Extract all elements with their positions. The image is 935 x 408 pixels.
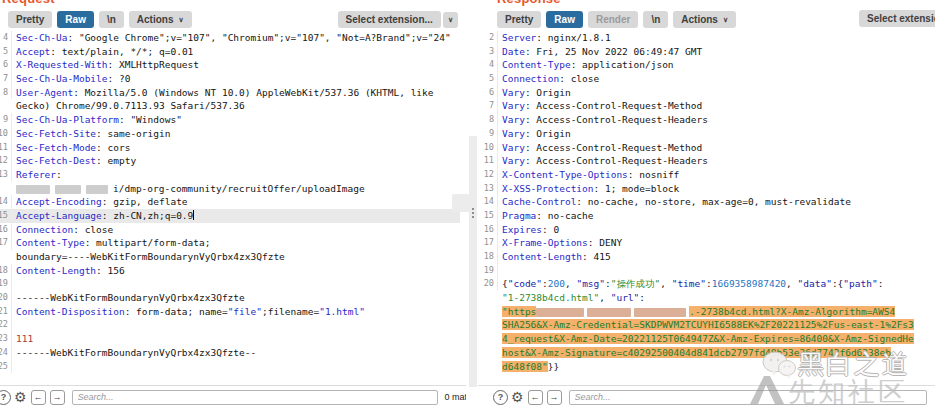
help-icon[interactable]: ?	[0, 390, 11, 405]
code-line[interactable]: 16Expires: 0	[478, 223, 929, 237]
code-line[interactable]: Gecko) Chrome/99.0.7113.93 Safari/537.36	[0, 99, 460, 113]
line-number: 9	[478, 127, 498, 141]
code-text: Vary	[502, 114, 525, 125]
code-line[interactable]: 8User-Agent: Mozilla/5.0 (Windows NT 10.…	[0, 86, 460, 100]
code-line[interactable]: host&X-Amz-Signature=c40292500404d841dcb…	[478, 346, 929, 360]
response-tabbar: Pretty Raw Render \n Actions ∨ Select ex…	[478, 10, 935, 29]
code-line[interactable]: 19	[478, 264, 929, 278]
tab-newline[interactable]: \n	[99, 11, 124, 28]
code-text: : text/plain, */*; q=0.01	[50, 46, 193, 57]
code-line[interactable]: 6Vary: Origin	[478, 86, 929, 100]
search-next-button[interactable]: →	[547, 390, 562, 405]
code-line[interactable]: 13X-XSS-Protection: 1; mode=block	[478, 182, 929, 196]
code-line[interactable]: 6X-Requested-With: XMLHttpRequest	[0, 58, 460, 72]
search-input[interactable]	[72, 390, 438, 405]
code-text: Vary	[502, 155, 525, 166]
code-line[interactable]: 12X-Content-Type-Options: nosniff	[478, 168, 929, 182]
tab-actions[interactable]: Actions ∨	[129, 11, 192, 28]
tab-pretty[interactable]: Pretty	[8, 11, 52, 28]
code-line[interactable]: 4_request&X-Amz-Date=20221125T064947Z&X-…	[478, 332, 929, 346]
code-line[interactable]: 14Accept-Encoding: gzip, deflate	[0, 195, 460, 209]
select-extension-dropdown[interactable]: Select extension...	[859, 10, 935, 27]
code-line[interactable]: 24------WebKitFormBoundarynVyQrbx4zx3Qfz…	[0, 346, 460, 360]
code-line[interactable]: 8Vary: Access-Control-Request-Headers	[478, 113, 929, 127]
code-line[interactable]: 5Connection: close	[478, 72, 929, 86]
tab-newline[interactable]: \n	[643, 11, 668, 28]
redaction-blur	[634, 308, 686, 317]
code-text: "time"	[672, 278, 706, 289]
code-line[interactable]: 20{"code":200, "msg":"操作成功", "time":1669…	[478, 277, 929, 291]
gear-icon[interactable]: ⚙	[14, 391, 27, 404]
code-line[interactable]: boundary=----WebKitFormBoundarynVyQrbx4z…	[0, 250, 460, 264]
tab-actions[interactable]: Actions ∨	[673, 11, 736, 28]
line-number: 11	[478, 154, 498, 168]
tab-raw[interactable]: Raw	[57, 11, 94, 28]
code-line[interactable]: 9Sec-Ch-Ua-Platform: "Windows"	[0, 113, 460, 127]
code-line[interactable]: "1-2738b4cd.html", "url":	[478, 291, 929, 305]
code-line[interactable]: 18Content-Length: 156	[0, 264, 460, 278]
code-line[interactable]: 11Vary: Access-Control-Request-Headers	[478, 154, 929, 168]
search-prev-button[interactable]: ←	[528, 390, 543, 405]
tab-raw[interactable]: Raw	[546, 11, 583, 28]
code-line[interactable]: 21Content-Disposition: form-data; name="…	[0, 305, 460, 319]
line-number: 18	[478, 250, 498, 264]
code-line[interactable]: 16Connection: close	[0, 223, 460, 237]
line-number: 24	[0, 346, 12, 360]
code-text: : no-cache, no-store, max-age=0, must-re…	[576, 196, 851, 207]
panel-splitter[interactable]	[469, 136, 477, 387]
code-text: : "Google Chrome";v="107", "Chromium";v=…	[67, 32, 450, 43]
code-line[interactable]: 22	[0, 318, 460, 332]
code-line[interactable]: 20------WebKitFormBoundarynVyQrbx4zx3Qfz…	[0, 291, 460, 305]
code-line[interactable]: 10Sec-Fetch-Site: same-origin	[0, 127, 460, 141]
code-line[interactable]: 25	[0, 360, 460, 374]
code-line[interactable]: 7Vary: Access-Control-Request-Method	[478, 99, 929, 113]
code-line[interactable]: 9Vary: Origin	[478, 127, 929, 141]
code-line[interactable]: 15Pragma: no-cache	[478, 209, 929, 223]
code-line[interactable]: 13Referer:	[0, 168, 460, 182]
code-text: Content-Length	[16, 265, 96, 276]
search-next-button[interactable]: →	[50, 390, 65, 405]
select-extension-chevron-icon[interactable]: ∨	[443, 12, 458, 28]
code-line[interactable]: 17Content-Type: multipart/form-data;	[0, 236, 460, 250]
code-text: ,	[565, 278, 576, 289]
code-text: : application/json	[571, 59, 674, 70]
line-number: 13	[0, 168, 12, 182]
code-line[interactable]: 14Cache-Control: no-cache, no-store, max…	[478, 195, 929, 209]
code-line[interactable]: SHA256&X-Amz-Credential=SKDPWVM2TCUYHI65…	[478, 318, 929, 332]
response-code[interactable]: 2Server: nginx/1.8.13Date: Fri, 25 Nov 2…	[478, 31, 929, 385]
code-line[interactable]: 11Sec-Fetch-Mode: cors	[0, 141, 460, 155]
splitter-handle[interactable]	[452, 194, 470, 212]
code-line[interactable]: i/dmp-org-community/recruitOffer/uploadI…	[0, 182, 460, 196]
code-text: ------WebKitFormBoundarynVyQrbx4zx3Qfzte…	[16, 347, 256, 358]
response-search-bar: ? ⚙ ← →	[478, 385, 935, 408]
code-line[interactable]: 4Sec-Ch-Ua: "Google Chrome";v="107", "Ch…	[0, 31, 460, 45]
code-line[interactable]: 2Server: nginx/1.8.1	[478, 31, 929, 45]
code-line[interactable]: 18Content-Length: 415	[478, 250, 929, 264]
code-text: : close	[73, 224, 113, 235]
code-line[interactable]: 12Sec-Fetch-Dest: empty	[0, 154, 460, 168]
help-icon[interactable]: ?	[493, 390, 508, 405]
search-prev-button[interactable]: ←	[31, 390, 46, 405]
code-text: : gzip, deflate	[102, 196, 188, 207]
code-line[interactable]: 4Content-Type: application/json	[478, 58, 929, 72]
code-line[interactable]: 3Date: Fri, 25 Nov 2022 06:49:47 GMT	[478, 45, 929, 59]
code-line[interactable]: 23111	[0, 332, 460, 346]
code-line[interactable]: 15Accept-Language: zh-CN,zh;q=0.9	[0, 209, 460, 223]
line-number: 14	[0, 195, 12, 209]
code-line[interactable]: 19	[0, 277, 460, 291]
code-line[interactable]: "https.-2738b4cd.html?X-Amz-Algorithm=AW…	[478, 305, 929, 319]
code-line[interactable]: 7Sec-Ch-Ua-Mobile: ?0	[0, 72, 460, 86]
code-line[interactable]: d648f08"}}	[478, 360, 929, 374]
code-line[interactable]: 5Accept: text/plain, */*; q=0.01	[0, 45, 460, 59]
code-text: User-Agent	[16, 87, 73, 98]
line-number: 10	[0, 127, 12, 141]
gear-icon[interactable]: ⚙	[511, 391, 524, 404]
tab-render[interactable]: Render	[588, 11, 638, 28]
tab-pretty[interactable]: Pretty	[497, 11, 541, 28]
request-code[interactable]: 4Sec-Ch-Ua: "Google Chrome";v="107", "Ch…	[0, 31, 460, 385]
select-extension-dropdown[interactable]: Select extension...	[338, 11, 441, 28]
code-line[interactable]: 10Vary: Access-Control-Request-Method	[478, 141, 929, 155]
line-number: 23	[0, 332, 12, 346]
search-input[interactable]	[569, 390, 927, 405]
code-line[interactable]: 17X-Frame-Options: DENY	[478, 236, 929, 250]
